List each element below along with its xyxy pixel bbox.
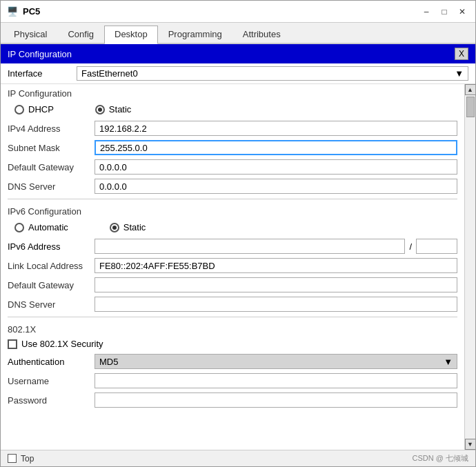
dot1x-checkbox-row: Use 802.1X Security (1, 336, 464, 352)
divider-ipv6-dot1x (8, 317, 457, 317)
interface-row: Interface FastEthernet0 ▼ (1, 63, 475, 84)
chevron-down-icon: ▼ (455, 68, 464, 79)
ipv6-gateway-input[interactable] (95, 277, 457, 292)
scroll-track[interactable] (466, 95, 475, 439)
status-left: Top (8, 454, 34, 464)
static-radio[interactable]: Static (95, 104, 132, 115)
maximize-button[interactable]: □ (437, 4, 452, 19)
scroll-thumb[interactable] (466, 97, 475, 117)
ipv4-address-label: IPv4 Address (8, 123, 90, 134)
status-bar: Top CSDN @ 七倾城 (1, 450, 475, 466)
ipv6-static-label: Static (123, 222, 146, 232)
dhcp-label: DHCP (28, 104, 54, 115)
vertical-scrollbar: ▲ ▼ (464, 84, 475, 450)
ipv6-prefix-input[interactable] (416, 239, 457, 254)
scrollable-content: IP Configuration DHCP Static IPv4 Addres… (1, 84, 464, 450)
ipv6-address-label: IPv6 Address (8, 241, 90, 252)
static-radio-circle (95, 105, 105, 115)
ipv4-address-row: IPv4 Address (1, 119, 464, 138)
ipv6-static-radio[interactable]: Static (110, 222, 146, 232)
tab-physical[interactable]: Physical (3, 26, 57, 43)
content-area: IP Configuration X Interface FastEtherne… (1, 44, 475, 450)
title-bar: 🖥️ PC5 – □ ✕ (1, 1, 475, 23)
username-input[interactable] (95, 373, 457, 388)
username-row: Username (1, 371, 464, 390)
link-local-input[interactable] (95, 258, 457, 273)
ip-config-title: IP Configuration (8, 49, 72, 59)
link-local-label: Link Local Address (8, 261, 90, 271)
main-body: IP Configuration DHCP Static IPv4 Addres… (1, 84, 475, 450)
ipv4-section-header: IP Configuration (1, 84, 464, 100)
password-input[interactable] (95, 393, 457, 408)
watermark: CSDN @ 七倾城 (413, 453, 468, 464)
tab-programming[interactable]: Programming (158, 26, 232, 43)
auth-value: MD5 (99, 357, 118, 367)
scroll-up-button[interactable]: ▲ (465, 84, 476, 95)
password-label: Password (8, 395, 90, 406)
dns-server-label: DNS Server (8, 181, 90, 192)
link-local-row: Link Local Address (1, 256, 464, 275)
ipv6-dns-input[interactable] (95, 297, 457, 312)
default-gateway-label: Default Gateway (8, 162, 90, 172)
auth-select[interactable]: MD5 ▼ (95, 354, 457, 369)
ipv6-radio-row: Automatic Static (1, 218, 464, 237)
ipv6-gateway-row: Default Gateway (1, 275, 464, 295)
tab-config[interactable]: Config (57, 26, 104, 43)
dns-server-row: DNS Server (1, 177, 464, 196)
auth-label: Authentication (8, 357, 90, 367)
window: 🖥️ PC5 – □ ✕ Physical Config Desktop Pro… (0, 0, 476, 467)
ipv6-section-header: IPv6 Configuration (1, 202, 464, 218)
tab-bar: Physical Config Desktop Programming Attr… (1, 23, 475, 44)
tab-attributes[interactable]: Attributes (232, 26, 291, 43)
ipv6-address-input[interactable] (95, 239, 405, 254)
ipv6-automatic-radio-circle (14, 223, 24, 232)
top-label: Top (21, 454, 34, 464)
interface-value: FastEthernet0 (81, 68, 138, 79)
interface-label: Interface (8, 68, 77, 79)
auth-row: Authentication MD5 ▼ (1, 352, 464, 371)
divider-ipv4-ipv6 (8, 199, 457, 199)
static-label: Static (109, 104, 132, 115)
default-gateway-row: Default Gateway (1, 157, 464, 177)
dhcp-radio-circle (14, 105, 24, 115)
scroll-down-button[interactable]: ▼ (465, 439, 476, 450)
app-icon: 🖥️ (6, 6, 19, 18)
ipv6-dns-row: DNS Server (1, 295, 464, 314)
password-row: Password (1, 390, 464, 410)
ipv6-dns-label: DNS Server (8, 299, 90, 310)
auth-chevron-icon: ▼ (444, 357, 453, 367)
interface-select[interactable]: FastEthernet0 ▼ (77, 66, 468, 81)
dot1x-checkbox[interactable] (8, 339, 17, 349)
ip-config-close-button[interactable]: X (455, 48, 468, 60)
tab-desktop[interactable]: Desktop (104, 26, 158, 44)
title-bar-left: 🖥️ PC5 (6, 6, 40, 18)
minimize-button[interactable]: – (419, 4, 434, 19)
ip-config-header: IP Configuration X (1, 44, 475, 63)
window-title: PC5 (23, 6, 40, 17)
dot1x-section-header: 802.1X (1, 320, 464, 336)
ipv6-automatic-label: Automatic (28, 222, 68, 232)
subnet-mask-input[interactable] (95, 140, 457, 155)
top-checkbox[interactable] (8, 454, 17, 463)
ipv6-gateway-label: Default Gateway (8, 280, 90, 290)
ipv6-address-row: IPv6 Address / (1, 237, 464, 256)
subnet-mask-row: Subnet Mask (1, 138, 464, 157)
dns-server-input[interactable] (95, 179, 457, 194)
username-label: Username (8, 376, 90, 386)
ipv6-automatic-radio[interactable]: Automatic (14, 222, 68, 232)
dot1x-checkbox-label: Use 802.1X Security (21, 339, 103, 349)
default-gateway-input[interactable] (95, 159, 457, 175)
ipv4-radio-row: DHCP Static (1, 100, 464, 119)
window-controls: – □ ✕ (419, 4, 470, 19)
dhcp-radio[interactable]: DHCP (14, 104, 54, 115)
ipv4-address-input[interactable] (95, 121, 457, 136)
ipv6-static-radio-circle (110, 223, 119, 232)
ipv6-slash: / (409, 241, 412, 252)
close-button[interactable]: ✕ (455, 4, 470, 19)
subnet-mask-label: Subnet Mask (8, 143, 90, 153)
